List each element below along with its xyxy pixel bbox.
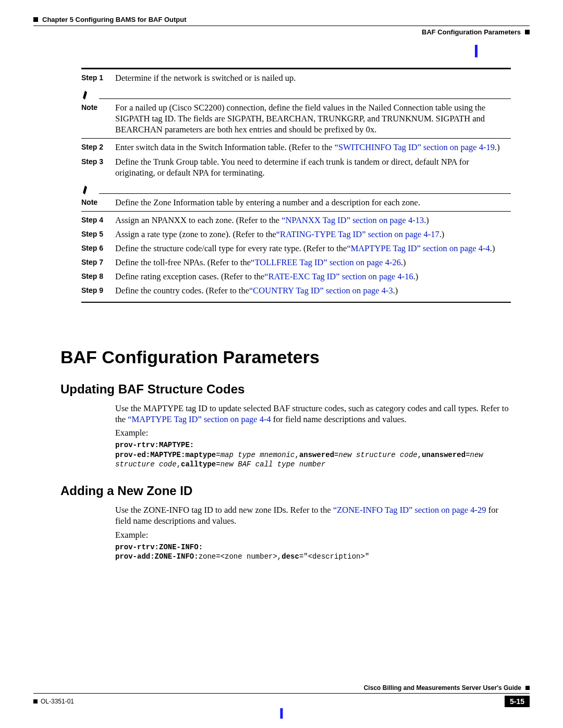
heading-h1: BAF Configuration Parameters — [60, 347, 511, 367]
xref-link[interactable]: “NPANXX Tag ID” section on page 4-13 — [282, 215, 424, 225]
para-suffix: for field name descriptions and values. — [271, 414, 407, 424]
step-text: Define the toll-free NPAs. (Refer to the… — [115, 257, 511, 268]
step-text-prefix: Define rating exception cases. (Refer to… — [115, 272, 264, 281]
header-chapter-text: Chapter 5 Configuring BAMS for BAF Outpu… — [42, 16, 187, 23]
step-text-suffix: .) — [495, 142, 500, 152]
footer-guide-text: Cisco Billing and Measurements Server Us… — [364, 684, 521, 692]
header-section-text: BAF Configuration Parameters — [422, 28, 521, 36]
step-text-prefix: Enter switch data in the Switch Informat… — [115, 142, 335, 152]
step-text-prefix: Assign a rate type (zone to zone). (Refe… — [115, 229, 276, 239]
note-bottom-rule — [81, 138, 511, 139]
xref-link[interactable]: “RATE-EXC Tag ID” section on page 4-16 — [264, 272, 413, 281]
step-label: Step 4 — [81, 215, 115, 226]
step-label: Step 6 — [81, 243, 115, 254]
note-text: For a nailed up (Cisco SC2200) connectio… — [115, 102, 511, 135]
xref-link[interactable]: “ZONE-INFO Tag ID” section on page 4-29 — [333, 505, 486, 515]
example-label: Example: — [115, 530, 511, 540]
step-text-suffix: .) — [439, 229, 445, 239]
top-rule — [81, 68, 511, 69]
step-label: Step 3 — [81, 156, 115, 178]
center-tick-icon — [280, 708, 283, 719]
pencil-note-icon — [81, 182, 95, 195]
page-number: 5-15 — [505, 696, 530, 707]
step-label: Step 8 — [81, 271, 115, 282]
steps-end-rule — [81, 302, 511, 303]
step-text: Assign an NPANXX to each zone. (Refer to… — [115, 215, 511, 226]
step-row: Step 1 Determine if the network is switc… — [81, 72, 511, 83]
note-label: Note — [81, 102, 115, 135]
step-row: Step 8 Define rating exception cases. (R… — [81, 271, 511, 282]
footer-doc-id: OL-3351-01 — [41, 698, 74, 705]
code-italic: new structure code — [339, 451, 418, 459]
step-text-suffix: .) — [424, 215, 429, 225]
xref-link[interactable]: “RATING-TYPE Tag ID” section on page 4-1… — [276, 229, 439, 239]
footer-square-icon — [525, 686, 530, 690]
svg-marker-2 — [83, 186, 87, 194]
code-plain: ="<description>" — [299, 552, 369, 561]
footer-left: OL-3351-01 — [33, 698, 74, 705]
xref-link[interactable]: “TOLLFREE Tag ID” section on page 4-26 — [251, 257, 401, 267]
heading-h2-zone-id: Adding a New Zone ID — [60, 484, 511, 498]
step-text-suffix: .) — [393, 286, 398, 295]
code-bold: calltype — [181, 460, 216, 468]
step-label: Step 7 — [81, 257, 115, 268]
pencil-note-icon — [81, 88, 95, 100]
step-text-prefix: Define the structure code/call type for … — [115, 243, 347, 253]
body-paragraph: Use the ZONE-INFO tag ID to add new zone… — [115, 504, 511, 527]
footer-square-icon — [33, 699, 38, 704]
step-row: Step 9 Define the country codes. (Refer … — [81, 285, 511, 296]
code-bold: prov-add:ZONE-INFO: — [115, 552, 199, 561]
header-square2-icon — [525, 30, 530, 34]
step-text-suffix: .) — [490, 243, 495, 253]
code-plain: zone=<zone number>, — [199, 552, 282, 561]
code-italic: map type mnemonic — [221, 451, 295, 459]
footer-bottom-row: OL-3351-01 5-15 — [33, 696, 530, 707]
step-text-suffix: .) — [413, 272, 419, 281]
header-section-row: BAF Configuration Parameters — [33, 28, 530, 36]
header-chapter-row: Chapter 5 Configuring BAMS for BAF Outpu… — [33, 16, 530, 23]
xref-link[interactable]: “COUNTRY Tag ID” section on page 4-3 — [249, 286, 393, 295]
header-rule — [33, 26, 530, 26]
step-row: Step 2 Enter switch data in the Switch I… — [81, 142, 511, 153]
page-footer: Cisco Billing and Measurements Server Us… — [33, 693, 530, 707]
step-text: Determine if the network is switched or … — [115, 72, 511, 83]
step-label: Step 5 — [81, 229, 115, 240]
note-bottom-rule — [81, 211, 511, 212]
step-text-prefix: Assign an NPANXX to each zone. (Refer to… — [115, 215, 282, 225]
footer-guide-row: Cisco Billing and Measurements Server Us… — [364, 684, 530, 692]
para-prefix: Use the ZONE-INFO tag ID to add new zone… — [115, 505, 333, 515]
xref-link[interactable]: “MAPTYPE Tag ID” section on page 4-4 — [128, 414, 271, 424]
step-row: Step 7 Define the toll-free NPAs. (Refer… — [81, 257, 511, 268]
code-bold: desc — [282, 552, 299, 561]
svg-marker-0 — [83, 91, 87, 100]
step-text: Define the country codes. (Refer to the“… — [115, 285, 511, 296]
change-bar-icon — [475, 45, 478, 57]
code-block: prov-rtrv:MAPTYPE: prov-ed:MAPTYPE:mapty… — [115, 440, 511, 469]
note-block: Note Define the Zone Information table b… — [81, 182, 511, 212]
code-bold: prov-ed:MAPTYPE:maptype — [115, 451, 216, 459]
step-label: Step 9 — [81, 285, 115, 296]
note-top-rule — [99, 193, 511, 194]
step-text: Define the structure code/call type for … — [115, 243, 511, 254]
code-bold: prov-rtrv:MAPTYPE: — [115, 441, 194, 449]
step-text: Define the Trunk Group table. You need t… — [115, 156, 511, 178]
footer-rule — [33, 693, 530, 694]
step-text: Assign a rate type (zone to zone). (Refe… — [115, 229, 511, 240]
page-header: Chapter 5 Configuring BAMS for BAF Outpu… — [33, 16, 530, 36]
note-top-rule — [99, 98, 511, 99]
body-paragraph: Use the MAPTYPE tag ID to update selecte… — [115, 403, 511, 425]
xref-link[interactable]: “MAPTYPE Tag ID” section on page 4-4 — [347, 243, 489, 253]
step-text-suffix: .) — [401, 257, 406, 267]
note-label: Note — [81, 197, 115, 208]
step-label: Step 1 — [81, 72, 115, 83]
step-text-prefix: Define the country codes. (Refer to the — [115, 286, 249, 295]
heading-h2-structure-codes: Updating BAF Structure Codes — [60, 382, 511, 397]
step-row: Step 6 Define the structure code/call ty… — [81, 243, 511, 254]
main-content: Step 1 Determine if the network is switc… — [81, 68, 511, 563]
step-row: Step 4 Assign an NPANXX to each zone. (R… — [81, 215, 511, 226]
code-bold: prov-rtrv:ZONE-INFO: — [115, 543, 203, 551]
xref-link[interactable]: “SWITCHINFO Tag ID” section on page 4-19 — [335, 142, 495, 152]
code-italic: new BAF call type number — [221, 460, 326, 468]
step-label: Step 2 — [81, 142, 115, 153]
example-label: Example: — [115, 428, 511, 438]
